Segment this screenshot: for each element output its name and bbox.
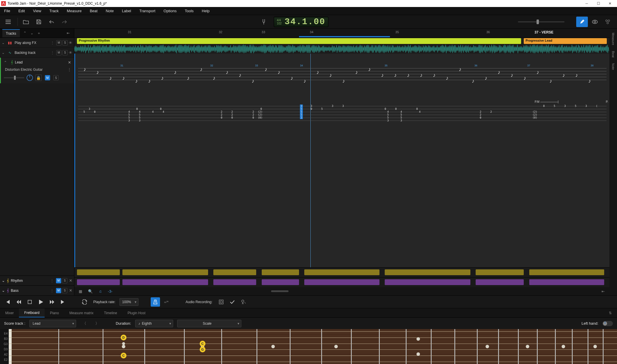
tab-number[interactable]: 5 <box>554 105 555 107</box>
tab-number[interactable]: 3 <box>342 105 344 107</box>
fretboard-note[interactable]: D <box>121 335 126 340</box>
undo-icon[interactable] <box>46 17 57 27</box>
playhead-range[interactable] <box>299 36 390 37</box>
chevron-down-icon[interactable]: ⌄ <box>2 278 5 283</box>
tab-number[interactable]: 2 <box>221 110 222 113</box>
tab-number[interactable]: 3 <box>564 105 566 107</box>
tab-number[interactable]: 5 <box>83 110 85 113</box>
tab-number[interactable]: 0 <box>416 107 418 110</box>
tab-number[interactable]: 2 <box>252 110 254 113</box>
tab-number[interactable]: 5 <box>575 105 576 107</box>
tab-number[interactable]: 4 <box>128 110 130 113</box>
tab-number[interactable]: 8 <box>543 105 544 107</box>
tab-number[interactable]: 5 <box>400 113 402 116</box>
metronome-button[interactable] <box>151 297 160 307</box>
menu-transport[interactable]: Transport <box>135 7 159 15</box>
tab-number[interactable]: (0) <box>532 116 537 119</box>
chevron-down-icon[interactable]: ⌄ <box>2 51 7 55</box>
clip-block[interactable] <box>262 279 299 285</box>
bottom-tab-timeline[interactable]: Timeline <box>99 308 122 317</box>
close-button[interactable]: ✕ <box>604 0 616 7</box>
region[interactable]: Progressive Lead <box>524 38 607 44</box>
clip-block[interactable] <box>122 269 208 275</box>
open-icon[interactable] <box>20 17 32 27</box>
tab-number[interactable]: 2 <box>252 113 254 116</box>
menu-label[interactable]: Label <box>118 7 135 15</box>
menu-beat[interactable]: Beat <box>86 7 102 15</box>
playback-rate-select[interactable]: 100% <box>119 298 138 306</box>
tab-number[interactable]: 0 <box>480 116 481 119</box>
tab-number[interactable]: 3 <box>400 119 402 122</box>
mute-button[interactable]: M <box>56 288 61 293</box>
menu-note[interactable]: Note <box>102 7 118 15</box>
tab-number[interactable]: 0 <box>252 116 254 119</box>
rewind-icon[interactable] <box>14 297 23 307</box>
clip-block[interactable] <box>77 279 120 285</box>
solo-button[interactable]: S <box>62 40 68 45</box>
solo-button[interactable]: S <box>62 278 67 283</box>
right-tab-beat[interactable]: Beat <box>610 48 616 61</box>
clip-block[interactable] <box>385 269 470 275</box>
tab-number[interactable]: 3 <box>300 105 303 107</box>
close-icon[interactable]: ✕ <box>68 60 71 65</box>
score-area[interactable]: 3132333435363738♪♪♪♪♪♪♪♪♪♪♪♪♪♪♪♪♪♪♪♪♪♪♪♪… <box>74 54 609 267</box>
tab-number[interactable]: 5 <box>387 113 389 116</box>
track-volume-slider[interactable] <box>4 77 24 78</box>
chevron-down-icon[interactable]: ⌄ <box>2 288 5 293</box>
bottom-tab-plugin-host[interactable]: Plugin Host <box>122 308 151 317</box>
bottom-tab-measure-matrix[interactable]: Measure matrix <box>64 308 99 317</box>
tab-number[interactable]: 3 <box>387 119 389 122</box>
tab-number[interactable]: 2 <box>480 113 481 116</box>
visibility-icon[interactable]: 👁 <box>69 41 72 45</box>
menu-file[interactable]: File <box>0 7 14 15</box>
clip-block[interactable] <box>385 279 470 285</box>
tab-number[interactable]: 2 <box>490 110 492 113</box>
note-icon[interactable]: ♫ <box>97 289 103 294</box>
menu-tools[interactable]: Tools <box>181 7 198 15</box>
tab-number[interactable]: 0 <box>94 110 95 113</box>
tab-number[interactable]: (2) <box>258 110 262 113</box>
grid-icon[interactable]: ▦ <box>77 289 84 294</box>
clip-block[interactable] <box>213 269 256 275</box>
tab-number[interactable]: (2) <box>532 113 537 116</box>
skip-end-icon[interactable] <box>58 297 68 307</box>
tab-number[interactable]: 0 <box>231 116 233 119</box>
clip-block[interactable] <box>304 269 379 275</box>
loop-icon[interactable] <box>80 297 89 307</box>
tab-number[interactable]: 5 <box>400 116 402 119</box>
tab-number[interactable]: 2 <box>480 110 481 113</box>
tab-number[interactable]: 3 <box>89 107 90 110</box>
fretboard[interactable]: E4B3G3D3A2E2 DCCG <box>0 329 617 364</box>
move-down-icon[interactable]: ⌄ <box>29 30 36 37</box>
tab-number[interactable]: 0 <box>260 107 262 110</box>
solo-button[interactable]: S <box>62 288 67 293</box>
tab-number[interactable]: 0 <box>385 107 386 110</box>
tab-number[interactable]: 4 <box>152 110 154 113</box>
count-in-icon[interactable]: ₁₂³⁴ <box>162 297 171 307</box>
tab-number[interactable]: 4 <box>163 110 164 113</box>
stop-icon[interactable] <box>25 297 34 307</box>
clip-block[interactable] <box>262 269 299 275</box>
clip-block[interactable] <box>529 279 604 285</box>
mute-button[interactable]: M <box>56 278 61 283</box>
panel-toggle-icon[interactable]: ⇅ <box>604 308 617 317</box>
menu-icon[interactable] <box>2 17 14 27</box>
fret-area[interactable]: DCCG <box>9 329 617 364</box>
clip-block[interactable] <box>476 279 524 285</box>
bottom-tab-piano[interactable]: Piano <box>45 308 64 317</box>
redo-icon[interactable] <box>59 17 70 27</box>
menu-options[interactable]: Options <box>159 7 181 15</box>
record-icon[interactable] <box>217 297 226 307</box>
tab-number[interactable]: 0 <box>160 107 161 110</box>
tab-number[interactable]: 5 <box>128 113 130 116</box>
transpose-value[interactable]: -3- <box>107 289 113 294</box>
tab-number[interactable]: 4 <box>139 110 140 113</box>
collapse-right-icon[interactable]: ⇤ <box>600 289 607 294</box>
tab-number[interactable]: 5 <box>321 107 323 110</box>
chevron-up-icon[interactable]: ⌃ <box>4 60 9 65</box>
bottom-tab-fretboard[interactable]: Fretboard <box>19 308 45 317</box>
settings-icon[interactable] <box>602 17 614 27</box>
clip-block[interactable] <box>476 269 524 275</box>
tab-number[interactable]: 0 <box>311 107 312 110</box>
solo-button[interactable]: S <box>53 75 59 80</box>
